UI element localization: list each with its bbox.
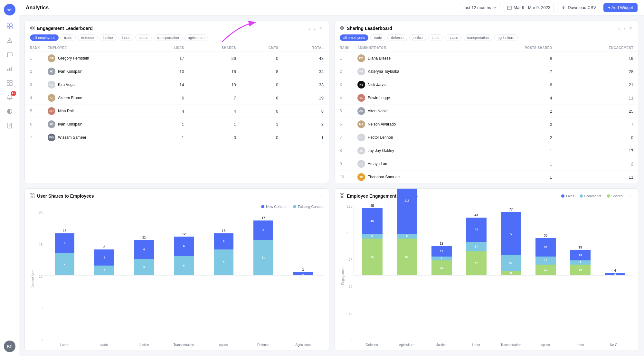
admin-name: Nick Jarvis (368, 82, 386, 87)
chip-all-employees-sharing[interactable]: all employees (340, 34, 368, 41)
chip-trade-engagement[interactable]: trade (61, 34, 76, 41)
shares-cell: 1 (189, 118, 241, 131)
cmts-cell: 1 (241, 118, 283, 131)
stacked-bar: 1 (293, 272, 313, 275)
rank-cell: 3 (335, 78, 352, 91)
user-shares-more-button[interactable]: ≡ (318, 192, 324, 200)
employee-engagement-more-button[interactable]: ≡ (628, 192, 633, 200)
stacked-bar: 5 6 (134, 240, 154, 275)
user-shares-header: User Shares to Employees ≡ (25, 189, 329, 202)
svg-rect-29 (30, 193, 32, 195)
engagement-stacked-bar: 65 8 45 (362, 208, 383, 275)
bar-total-label: 13 (63, 229, 66, 233)
engagement-leaderboard-title: Engagement Leaderboard (37, 26, 305, 31)
period-selector[interactable]: Last 12 months (459, 3, 500, 12)
svg-point-5 (9, 42, 10, 42)
chip-trade-sharing[interactable]: trade (370, 34, 385, 41)
engagement-prev-button[interactable]: ‹ (307, 25, 311, 32)
download-csv-button[interactable]: Download CSV (557, 3, 600, 12)
col-likes: LIKES (146, 44, 189, 52)
sharing-leaderboard-widget: Sharing Leaderboard ‹ › ≡ all employees … (334, 21, 639, 183)
engagement-cell: 11 (557, 171, 639, 183)
user-avatar[interactable]: KT (4, 341, 15, 352)
chip-justice-sharing[interactable]: justice (409, 34, 426, 41)
y-axis-label: Content Sent (30, 211, 36, 347)
admin-cell: TS Theodora Samuels (352, 171, 470, 183)
engagement-next-button[interactable]: › (313, 25, 317, 32)
engagement-x-label: Transportation (495, 343, 527, 347)
chip-agriculture-sharing[interactable]: agriculture (494, 34, 518, 41)
col-cmts: CMTS (241, 44, 283, 52)
legend-new-content: New Content (261, 205, 287, 209)
app-logo[interactable]: ✏ (4, 4, 15, 15)
sharing-more-button[interactable]: ≡ (628, 25, 633, 32)
table-row: 9 AL Amaya Lam 1 2 (335, 157, 639, 171)
sharing-next-button[interactable]: › (622, 25, 627, 32)
new-segment: 6 (55, 233, 74, 253)
sidebar-item-grid[interactable] (4, 21, 15, 32)
likes-segment: 33 (535, 238, 556, 257)
engagement-more-button[interactable]: ≡ (318, 25, 324, 32)
comments-segment: 27 (501, 255, 521, 271)
svg-rect-22 (33, 26, 34, 27)
likes-segment: 77 (501, 212, 521, 256)
svg-rect-30 (33, 193, 34, 195)
engagement-y-label: Engagement (340, 205, 346, 347)
sidebar-item-analytics[interactable] (4, 63, 15, 75)
rank-cell: 1 (25, 52, 43, 65)
engagement-bar-group: 77 8 27 77 (495, 204, 527, 275)
col-total: TOTAL (283, 44, 329, 52)
sharing-prev-button[interactable]: ‹ (617, 25, 621, 32)
table-row: 3 KV Kira Vega 14 19 0 33 (25, 78, 329, 91)
employee-cell: KV Kira Vega (43, 78, 146, 91)
chip-justice-engagement[interactable]: justice (99, 34, 117, 41)
sidebar-item-alert[interactable] (4, 35, 15, 46)
cmts-cell: 0 (241, 105, 283, 118)
engagement-bar-label: 33 (544, 234, 547, 237)
sidebar: ✏ 9+ KT (0, 0, 19, 356)
chip-transportation-sharing[interactable]: transportation (464, 34, 492, 41)
bar-total-label: 11 (142, 236, 146, 239)
chip-defense-sharing[interactable]: defense (387, 34, 407, 41)
existing-segment: 3 (94, 266, 114, 275)
svg-rect-9 (7, 80, 9, 82)
sidebar-item-theme[interactable] (4, 106, 15, 117)
admin-cell: NA Nelson Alvarado (352, 118, 470, 131)
cmts-cell: 0 (241, 131, 283, 144)
chip-defense-engagement[interactable]: defense (78, 34, 97, 41)
date-range-picker[interactable]: Mar 9 - Mar 9, 2023 (504, 3, 554, 12)
sharing-filter-chips: all employees trade defense justice labo… (335, 34, 639, 44)
topbar-right: Last 12 months Mar 9 - Mar 9, 2023 Downl… (459, 3, 638, 12)
chip-labor-engagement[interactable]: labor (118, 34, 133, 41)
add-widget-button[interactable]: + Add Widget (603, 3, 638, 12)
chip-space-engagement[interactable]: space (135, 34, 152, 41)
engagement-bar-group: 118 65 8 118 (391, 204, 423, 275)
admin-name: Diana Blaese (368, 56, 391, 61)
chip-transportation-engagement[interactable]: transportation (154, 34, 183, 41)
bar-group: 8 3 5 (86, 211, 122, 275)
sharing-col-engagement: ENGAGEMENT (557, 44, 639, 52)
engagement-x-label: Justice (426, 343, 457, 347)
chip-all-employees-engagement[interactable]: all employees (30, 34, 59, 41)
engagement-cell: 28 (557, 65, 639, 78)
table-row: 1 GF Gregory Fernstein 17 26 0 43 (25, 52, 329, 65)
posts-shared-cell: 1 (470, 144, 557, 157)
rank-cell: 10 (335, 171, 352, 183)
x-label: Transportation (166, 343, 202, 347)
svg-rect-21 (30, 26, 32, 27)
sidebar-item-notifications[interactable]: 9+ (4, 91, 15, 103)
chip-space-sharing[interactable]: space (445, 34, 461, 41)
posts-shared-cell: 4 (470, 91, 557, 105)
engagement-leaderboard-widget: Engagement Leaderboard ‹ › ≡ all employe… (24, 21, 329, 183)
svg-rect-10 (10, 80, 12, 82)
sidebar-item-dashboard[interactable] (4, 77, 15, 89)
sidebar-item-chat[interactable] (4, 49, 15, 61)
engagement-x-label: No G... (599, 343, 631, 347)
chip-labor-sharing[interactable]: labor (428, 34, 443, 41)
chip-agriculture-engagement[interactable]: agriculture (185, 34, 208, 41)
admin-cell: NJ Nick Jarvis (352, 78, 470, 91)
sidebar-item-docs[interactable] (4, 120, 15, 131)
posts-shared-cell: 2 (470, 131, 557, 144)
avatar: NA (357, 120, 365, 128)
bar-group: 13 8 5 (206, 211, 242, 275)
